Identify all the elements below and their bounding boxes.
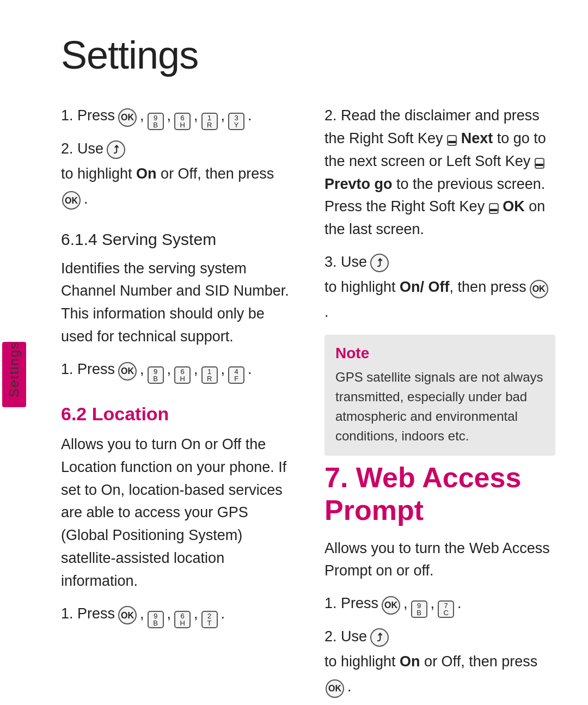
key-ok-1: OK: [118, 108, 137, 127]
right-step2-bold1: Next: [461, 130, 493, 146]
key-nav-2: ⤴: [370, 254, 389, 272]
section-7-heading: 7. Web Access Prompt: [324, 461, 555, 526]
comma-614-4: ,: [221, 358, 225, 381]
step-7-2-line: 2. Use ⤴ to highlight On or Off, then pr…: [324, 626, 555, 698]
key-62-6h: 6H: [174, 611, 191, 628]
key-ok-614: OK: [118, 362, 137, 381]
period-7-2: .: [347, 676, 352, 698]
key-nav-1: ⤴: [107, 140, 125, 159]
period-614: .: [248, 358, 252, 381]
step-1-line: 1. Press OK , 9B , 6H , 1R , 3Y .: [61, 105, 292, 130]
period-62: .: [221, 603, 225, 626]
sidebar-label: Settings: [7, 341, 22, 397]
section-62-heading: 6.2 Location: [61, 403, 292, 425]
key-softkey-right-2: ▬: [489, 203, 499, 214]
step-1-prefix: 1. Press: [61, 105, 115, 127]
key-614-6h: 6H: [174, 366, 191, 384]
right-step2-bold3: OK: [503, 198, 525, 214]
period-3: .: [324, 301, 329, 324]
key-614-1r: 1R: [201, 366, 218, 384]
comma-614-3: ,: [194, 358, 198, 381]
period-2: .: [84, 188, 88, 211]
note-text: GPS satellite signals are not always tra…: [335, 367, 544, 446]
right-column: 2. Read the disclaimer and press the Rig…: [324, 105, 555, 705]
section-614-body: Identifies the serving system Channel Nu…: [61, 258, 292, 348]
comma-62-3: ,: [194, 603, 198, 626]
period-1: .: [248, 105, 252, 127]
period-7-1: .: [457, 592, 462, 615]
right-step3-line: 3. Use ⤴ to highlight On/ Off, then pres…: [324, 251, 555, 324]
key-6h: 6H: [174, 113, 191, 130]
columns-layout: 1. Press OK , 9B , 6H , 1R , 3Y . 2. Use…: [61, 105, 555, 705]
main-content: Settings 1. Press OK , 9B , 6H , 1R , 3Y…: [28, 0, 588, 705]
page-title: Settings: [61, 33, 555, 77]
comma-7-2: ,: [431, 592, 435, 615]
key-614-4f: 4F: [228, 366, 244, 384]
note-box: Note GPS satellite signals are not alway…: [324, 335, 555, 456]
step-2-text: 2. Use: [61, 138, 103, 161]
step-614-prefix: 1. Press: [61, 358, 115, 381]
page-wrapper: Settings Settings 1. Press OK , 9B , 6H …: [0, 0, 588, 705]
step-614-1-line: 1. Press OK , 9B , 6H , 1R , 4F .: [61, 358, 292, 384]
section-7-body: Allows you to turn the Web Access Prompt…: [324, 537, 555, 583]
comma-62-2: ,: [167, 603, 171, 626]
step-62-prefix: 1. Press: [61, 603, 115, 626]
comma-1: ,: [140, 105, 144, 127]
step-2-middle: to highlight On or Off, then press: [61, 163, 274, 186]
key-ok-2: OK: [62, 191, 81, 210]
key-614-9b: 9B: [148, 366, 164, 384]
key-7-7c: 7C: [438, 600, 454, 618]
comma-614-2: ,: [167, 358, 171, 381]
step-7-1-prefix: 1. Press: [324, 592, 378, 615]
sidebar: Settings: [0, 0, 28, 705]
step-7-1-line: 1. Press OK , 9B , 7C .: [324, 592, 555, 618]
key-softkey-right-1: ▬: [447, 135, 457, 146]
step-62-1-line: 1. Press OK , 9B , 6H , 2T .: [61, 603, 292, 628]
key-ok-62: OK: [118, 606, 137, 624]
key-ok-7-2: OK: [326, 679, 344, 698]
right-step3-middle: to highlight On/ Off, then press: [324, 276, 526, 299]
key-9b: 9B: [148, 113, 164, 130]
key-1r: 1R: [201, 113, 218, 130]
section-62-body: Allows you to turn On or Off the Locatio…: [61, 433, 292, 593]
key-62-2t: 2T: [201, 611, 218, 628]
right-step3-text: 3. Use: [324, 251, 367, 274]
key-nav-3: ⤴: [370, 628, 389, 647]
comma-2: ,: [167, 105, 171, 127]
comma-3: ,: [194, 105, 198, 127]
key-3y: 3Y: [228, 113, 244, 130]
key-ok-7: OK: [382, 596, 400, 615]
key-7-9b: 9B: [411, 600, 427, 618]
key-62-9b: 9B: [148, 611, 164, 628]
right-step2-bold2: Prevto go: [324, 176, 393, 192]
step-2-line: 2. Use ⤴ to highlight On or Off, then pr…: [61, 138, 292, 211]
comma-7-1: ,: [403, 592, 408, 615]
comma-62-1: ,: [140, 603, 144, 626]
comma-614-1: ,: [140, 358, 144, 381]
left-column: 1. Press OK , 9B , 6H , 1R , 3Y . 2. Use…: [61, 105, 292, 705]
key-softkey-left-1: ▬: [535, 158, 544, 169]
key-ok-3: OK: [530, 280, 548, 298]
section-614-heading: 6.1.4 Serving System: [61, 230, 292, 249]
comma-4: ,: [221, 105, 225, 127]
step-7-2-text: 2. Use: [324, 626, 367, 648]
note-title: Note: [335, 345, 544, 362]
step-7-2-middle: to highlight On or Off, then press: [324, 651, 537, 673]
right-step2-block: 2. Read the disclaimer and press the Rig…: [324, 105, 555, 241]
